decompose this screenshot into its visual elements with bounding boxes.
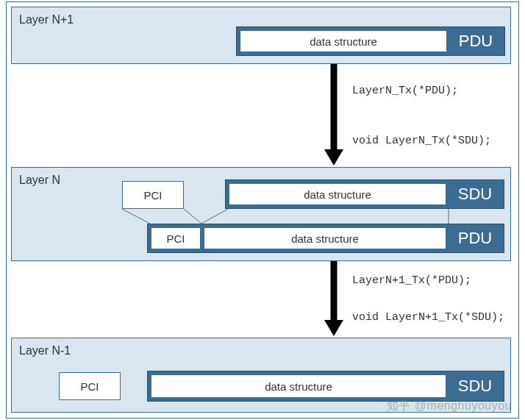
layer-label-n-minus-1: Layer N-1 bbox=[19, 344, 71, 357]
pdu-tag-mid: PDU bbox=[446, 224, 504, 252]
sdu-unit-mid: data structure SDU bbox=[225, 179, 504, 209]
pci-segment: PCI bbox=[151, 227, 201, 249]
arrow-down-1 bbox=[323, 64, 345, 167]
pci-box-mid: PCI bbox=[122, 181, 184, 209]
pdu-tag: PDU bbox=[447, 27, 504, 55]
data-structure-label: data structure bbox=[240, 30, 447, 52]
svg-marker-1 bbox=[324, 149, 343, 165]
sdu-tag-bottom: SDU bbox=[446, 371, 504, 401]
pci-box-bottom: PCI bbox=[59, 372, 121, 400]
pdu-unit-top: data structure PDU bbox=[236, 26, 505, 56]
connector-sdu bbox=[201, 209, 451, 225]
svg-line-3 bbox=[184, 209, 201, 224]
svg-line-2 bbox=[122, 209, 150, 224]
layer-box-n: Layer N PCI data structure SDU PCI data … bbox=[11, 167, 511, 261]
svg-marker-7 bbox=[324, 320, 343, 336]
call-a-recv: void LayerN_Tx(*SDU); bbox=[352, 135, 491, 147]
layer-label-n: Layer N bbox=[19, 174, 60, 187]
data-structure-label-pdu: data structure bbox=[204, 227, 446, 249]
call-a-send: LayerN_Tx(*PDU); bbox=[352, 85, 458, 97]
data-structure-label-bottom: data structure bbox=[151, 374, 446, 398]
call-b-send: LayerN+1_Tx(*PDU); bbox=[352, 274, 471, 287]
svg-line-4 bbox=[201, 209, 228, 224]
layer-box-n-plus-1: Layer N+1 data structure PDU bbox=[11, 7, 511, 64]
sdu-tag: SDU bbox=[446, 180, 504, 208]
sdu-unit-bottom: data structure SDU bbox=[147, 371, 504, 402]
arrow-down-2 bbox=[323, 261, 345, 338]
data-structure-label-sdu: data structure bbox=[229, 183, 446, 205]
call-b-recv: void LayerN+1_Tx(*SDU); bbox=[352, 311, 504, 324]
watermark: 知乎 @menghuyouyou bbox=[387, 399, 512, 414]
pdu-unit-mid: PCI data structure PDU bbox=[147, 224, 504, 253]
connector-pci bbox=[122, 209, 210, 225]
diagram-canvas: Layer N+1 data structure PDU LayerN_Tx(*… bbox=[6, 1, 519, 419]
layer-label-n-plus-1: Layer N+1 bbox=[19, 13, 74, 26]
